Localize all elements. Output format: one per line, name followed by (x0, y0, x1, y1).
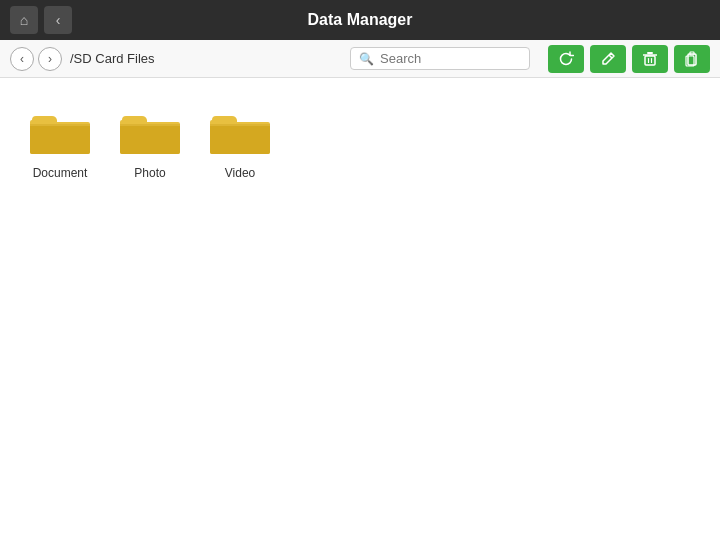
nav-forward-button[interactable]: › (38, 47, 62, 71)
svg-line-0 (609, 55, 612, 58)
folder-icon (30, 106, 90, 160)
folder-icon (210, 106, 270, 160)
nav-back-button[interactable]: ‹ (10, 47, 34, 71)
folder-label: Document (33, 166, 88, 180)
toolbar: ‹ › /SD Card Files 🔍 (0, 40, 720, 78)
file-browser: Document Photo (0, 78, 720, 540)
svg-rect-1 (645, 56, 655, 65)
home-button[interactable]: ⌂ (10, 6, 38, 34)
paste-button[interactable] (674, 45, 710, 73)
back-button[interactable]: ‹ (44, 6, 72, 34)
delete-button[interactable] (632, 45, 668, 73)
app-title: Data Manager (308, 11, 413, 29)
search-input[interactable] (380, 51, 521, 66)
folder-label: Photo (134, 166, 165, 180)
edit-button[interactable] (590, 45, 626, 73)
title-bar: ⌂ ‹ Data Manager (0, 0, 720, 40)
folder-label: Video (225, 166, 255, 180)
breadcrumb-nav: ‹ › /SD Card Files (10, 47, 155, 71)
toolbar-actions (548, 45, 710, 73)
search-icon: 🔍 (359, 52, 374, 66)
refresh-button[interactable] (548, 45, 584, 73)
folder-item[interactable]: Photo (110, 98, 190, 188)
search-box[interactable]: 🔍 (350, 47, 530, 70)
folder-icon (120, 106, 180, 160)
breadcrumb-path: /SD Card Files (70, 51, 155, 66)
folder-item[interactable]: Video (200, 98, 280, 188)
folder-item[interactable]: Document (20, 98, 100, 188)
